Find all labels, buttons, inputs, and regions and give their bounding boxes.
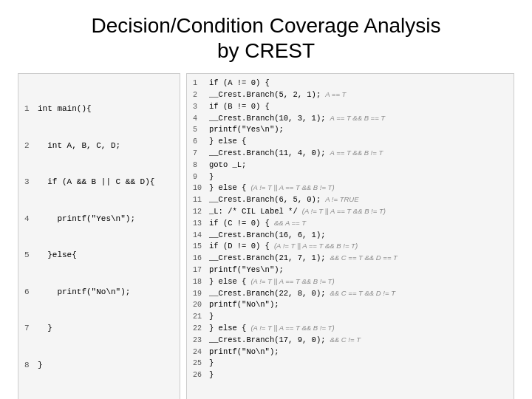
title-line1: Decision/Condition Coverage Analysis [91,14,440,37]
code-line: 2 int A, B, C, D; [24,140,174,152]
title-line2: by CREST [217,39,315,62]
page-title: Decision/Condition Coverage Analysis by … [18,13,514,63]
left-code-box: 1int main(){ 2 int A, B, C, D; 3 if (A &… [18,73,180,399]
right-code-panel: 1if (A != 0) { 2 __Crest.Branch(5, 2, 1)… [186,73,514,399]
right-line: 19 __Crest.Branch(22, 8, 0); && C == T &… [193,288,508,300]
right-line: 17 printf("Yes\n"); [193,265,508,276]
code-line: 3 if (A && B || C && D){ [24,176,174,188]
right-line: 21 } [193,311,508,323]
right-line: 12 _L: /* CIL Label */ (A != T || A == T… [193,206,508,218]
code-line: 6 printf("No\n"); [24,286,174,299]
code-line: 5 }else{ [24,249,174,262]
right-line: 16 __Crest.Branch(21, 7, 1); && C == T &… [193,253,508,265]
right-line: 10} else { (A != T || A == T && B != T) [193,183,508,194]
right-line: 2 __Crest.Branch(5, 2, 1); A == T [193,89,508,101]
left-panel: 1int main(){ 2 int A, B, C, D; 3 if (A &… [18,73,180,399]
right-line: 22 } else { (A != T || A == T && B != T) [193,323,508,335]
right-line: 6 } else { [193,136,508,148]
right-line: 18 } else { (A != T || A == T && B != T) [193,276,508,288]
right-line: 9 } [193,171,508,183]
page: Decision/Condition Coverage Analysis by … [0,0,532,399]
right-line: 20 printf("No\n"); [193,299,508,311]
code-line: 1int main(){ [24,103,174,115]
code-line: 7 } [24,322,174,335]
right-line: 3 if (B != 0) { [193,101,508,113]
right-line: 23 __Crest.Branch(17, 9, 0); && C != T [193,335,508,347]
right-line: 24 printf("No\n"); [193,347,508,358]
code-line: 4 printf("Yes\n"); [24,213,174,225]
right-line: 4 __Crest.Branch(10, 3, 1); A == T && B … [193,113,508,125]
right-line: 26} [193,369,508,381]
right-line: 11 __Crest.Branch(6, 5, 0); A != TRUE [193,194,508,206]
right-line: 8 goto _L; [193,160,508,171]
right-line: 25 } [193,358,508,369]
right-line: 5 printf("Yes\n"); [193,124,508,136]
main-content: 1int main(){ 2 int A, B, C, D; 3 if (A &… [18,73,514,399]
right-line: 7 __Crest.Branch(11, 4, 0); A == T && B … [193,148,508,160]
right-line: 13 if (C != 0) { && A == T [193,218,508,230]
right-line: 15 if (D != 0) { (A != T || A == T && B … [193,241,508,253]
code-line: 8} [24,359,174,372]
right-line: 1if (A != 0) { [193,78,508,89]
right-line: 14 __Crest.Branch(16, 6, 1); [193,230,508,242]
